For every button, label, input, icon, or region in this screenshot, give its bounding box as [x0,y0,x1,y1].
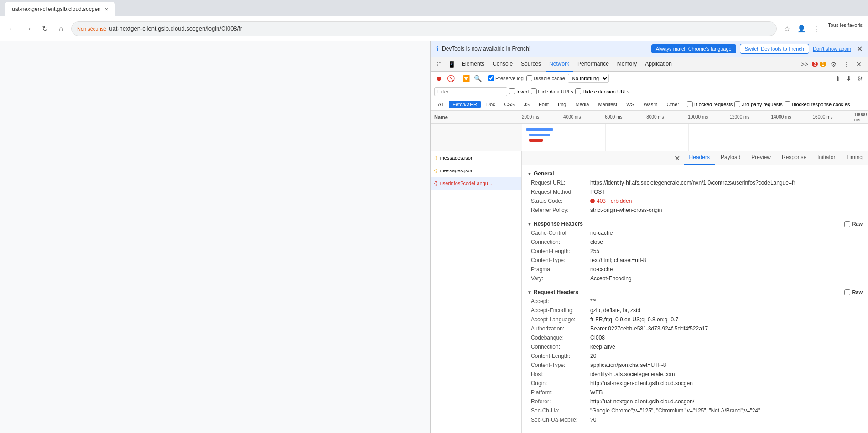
network-body: {} messages.json {} messages.json {} use… [431,151,868,433]
tab-timing[interactable]: Timing [841,151,868,165]
menu-button[interactable]: ⋮ [810,22,822,35]
resp-cache-control: Cache-Control: no-cache [531,229,863,238]
type-btn-doc[interactable]: Doc [483,101,499,108]
type-btn-js[interactable]: JS [520,101,533,108]
tab-elements[interactable]: Elements [458,57,488,72]
wf-bar-2 [529,134,550,136]
home-button[interactable]: ⌂ [55,22,68,35]
tab-headers[interactable]: Headers [684,151,715,165]
req-accept-language: Accept-Language: fr-FR,fr;q=0.9,en-US;q=… [531,315,863,325]
import-btn[interactable]: ⬆ [833,74,842,83]
address-bar[interactable]: Non sécurisé uat-nextgen-client.gslb.clo… [71,21,777,36]
invert-checkbox[interactable]: Invert [509,88,529,94]
tab-response[interactable]: Response [776,151,812,165]
req-platform-label: Platform: [531,389,590,396]
tab-network[interactable]: Network [546,57,573,72]
throttle-select[interactable]: No throttling [568,74,609,83]
request-details: ✕ Headers Payload Preview Response Initi… [522,151,868,433]
type-btn-fetchxhr[interactable]: Fetch/XHR [449,101,481,108]
request-headers-section-header[interactable]: ▼ Request Headers Raw [527,287,863,297]
grid-line-3 [647,124,647,151]
general-section-header[interactable]: ▼ General [527,169,863,179]
back-button[interactable]: ← [5,22,18,35]
third-party-checkbox[interactable]: 3rd-party requests [734,101,782,107]
export-btn[interactable]: ⬇ [844,74,853,83]
settings2-btn[interactable]: ⚙ [855,74,864,83]
active-tab[interactable]: uat-nextgen-client.gslb.cloud.socgen ✕ [5,2,115,16]
resp-pragma-value: no-cache [590,266,863,273]
type-btn-ws[interactable]: WS [623,101,638,108]
tab-performance[interactable]: Performance [574,57,613,72]
blocked-cookies-checkbox[interactable]: Blocked response cookies [785,101,850,107]
response-raw-checkbox[interactable]: Raw [844,221,863,227]
status-code-row: Status Code: 403 Forbidden [531,197,863,206]
req-authorization: Authorization: Bearer 0227cebb-e581-3d73… [531,325,863,334]
devtools-close-btn[interactable]: ✕ [853,59,864,70]
tick-14000: 14000 ms [771,114,791,119]
forward-button[interactable]: → [22,22,35,35]
filter-bar: Invert Hide data URLs Hide extension URL… [431,85,868,98]
filter-toggle-btn[interactable]: 🔽 [461,74,470,83]
profile-button[interactable]: 👤 [795,22,808,35]
type-btn-css[interactable]: CSS [501,101,519,108]
type-btn-font[interactable]: Font [535,101,552,108]
hide-ext-urls-checkbox[interactable]: Hide extension URLs [575,88,629,94]
hide-data-urls-checkbox[interactable]: Hide data URLs [531,88,574,94]
req-content-length-label: Content-Length: [531,353,590,359]
type-btn-img[interactable]: Img [554,101,570,108]
dont-show-again-link[interactable]: Don't show again [813,46,851,52]
inspect-element-btn[interactable]: ⬚ [434,59,445,70]
request-item-1[interactable]: {} messages.json [431,151,521,164]
tab-close-btn[interactable]: ✕ [104,7,108,12]
refresh-button[interactable]: ↻ [38,22,51,35]
req-accept-value: */* [590,298,863,304]
tab-sources[interactable]: Sources [517,57,545,72]
type-btn-manifest[interactable]: Manifest [594,101,621,108]
tab-initiator[interactable]: Initiator [812,151,841,165]
request-raw-checkbox[interactable]: Raw [844,289,863,295]
notification-close-btn[interactable]: ✕ [857,45,863,53]
tick-18000: 18000 ms [854,112,868,122]
notification-text: DevTools is now available in French! [442,46,648,52]
tab-application[interactable]: Application [641,57,676,72]
bookmark-button[interactable]: ☆ [780,22,793,35]
request-name-3: userinfos?codeLangu... [440,180,492,186]
devtools-panel: ℹ DevTools is now available in French! A… [430,41,868,433]
search-btn[interactable]: 🔍 [473,74,482,83]
clear-btn[interactable]: 🚫 [446,74,455,83]
devtools-more-btn[interactable]: ⋮ [841,59,852,70]
type-btn-other[interactable]: Other [663,101,683,108]
tick-10000: 10000 ms [688,114,708,119]
req-content-type-value: application/json;charset=UTF-8 [590,362,863,368]
resp-connection: Connection: close [531,238,863,247]
disable-cache-checkbox[interactable]: Disable cache [526,75,565,81]
req-accept-language-label: Accept-Language: [531,316,590,323]
settings-btn[interactable]: ⚙ [828,59,839,70]
blocked-requests-checkbox[interactable]: Blocked requests [687,101,733,107]
device-toggle-btn[interactable]: 📱 [446,59,457,70]
browser-chrome: uat-nextgen-client.gslb.cloud.socgen ✕ ←… [0,0,868,41]
wf-bar-1 [526,128,554,131]
tab-preview[interactable]: Preview [746,151,776,165]
tab-memory[interactable]: Memory [613,57,640,72]
record-btn[interactable]: ⏺ [434,74,443,83]
type-btn-wasm[interactable]: Wasm [640,101,661,108]
req-host: Host: identity-hf.afs.societegenerale.co… [531,370,863,379]
request-item-2[interactable]: {} messages.json [431,164,521,177]
preserve-log-checkbox[interactable]: Preserve log [488,75,524,81]
tab-payload[interactable]: Payload [715,151,746,165]
req-codebanque-label: Codebanque: [531,335,590,341]
request-item-3[interactable]: {} userinfos?codeLangu... [431,177,521,190]
match-language-button[interactable]: Always match Chrome's language [651,44,736,53]
filter-input[interactable] [434,87,507,96]
response-headers-section-header[interactable]: ▼ Response Headers Raw [527,219,863,229]
req-accept-language-value: fr-FR,fr;q=0.9,en-US;q=0.8,en;q=0.7 [590,316,863,323]
tab-console[interactable]: Console [489,57,516,72]
wf-chart-area [522,124,868,151]
switch-french-button[interactable]: Switch DevTools to French [740,44,809,54]
type-btn-media[interactable]: Media [572,101,593,108]
details-close-btn[interactable]: ✕ [670,152,684,165]
devtools-notification: ℹ DevTools is now available in French! A… [431,41,868,57]
type-btn-all[interactable]: All [434,101,447,108]
more-panels-btn[interactable]: >> [799,59,810,70]
